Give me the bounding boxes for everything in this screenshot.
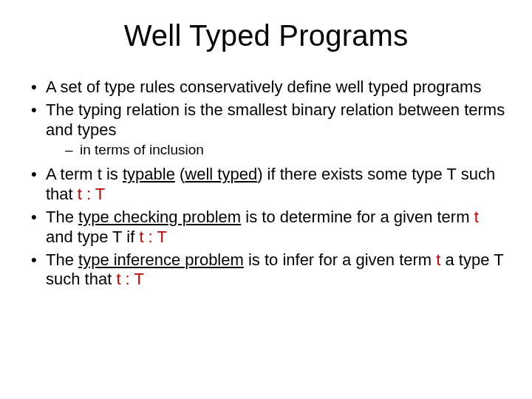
bullet-text: The typing relation is the smallest bina… bbox=[46, 100, 505, 139]
text-run: A term t is bbox=[46, 165, 123, 183]
text-emphasis: t : T bbox=[78, 185, 106, 203]
bullet-item: The typing relation is the smallest bina… bbox=[27, 100, 505, 159]
text-underline: type inference problem bbox=[78, 250, 244, 269]
text-emphasis: t : T bbox=[116, 270, 144, 288]
text-run: ( bbox=[175, 165, 185, 183]
text-run: and type T if bbox=[46, 228, 139, 246]
text-underline: typable bbox=[123, 165, 175, 183]
slide-title: Well Typed Programs bbox=[27, 19, 505, 52]
slide: Well Typed Programs A set of type rules … bbox=[0, 0, 532, 399]
bullet-item: The type inference problem is to infer f… bbox=[27, 250, 505, 290]
bullet-item: A set of type rules conservatively defin… bbox=[27, 78, 505, 98]
text-underline: well typed bbox=[185, 165, 257, 183]
sub-bullet-list: in terms of inclusion bbox=[46, 141, 505, 159]
bullet-item: The type checking problem is to determin… bbox=[27, 208, 505, 248]
sub-bullet-item: in terms of inclusion bbox=[46, 141, 505, 159]
text-underline: type checking problem bbox=[78, 208, 241, 226]
text-emphasis: t bbox=[474, 208, 479, 226]
text-run: The bbox=[46, 208, 78, 226]
text-run: is to infer for a given term bbox=[244, 250, 436, 269]
bullet-item: A term t is typable (well typed) if ther… bbox=[27, 165, 505, 205]
text-run: is to determine for a given term bbox=[241, 208, 474, 226]
text-run: The bbox=[46, 250, 78, 269]
text-emphasis: t : T bbox=[139, 228, 167, 246]
bullet-list: A set of type rules conservatively defin… bbox=[27, 78, 505, 290]
